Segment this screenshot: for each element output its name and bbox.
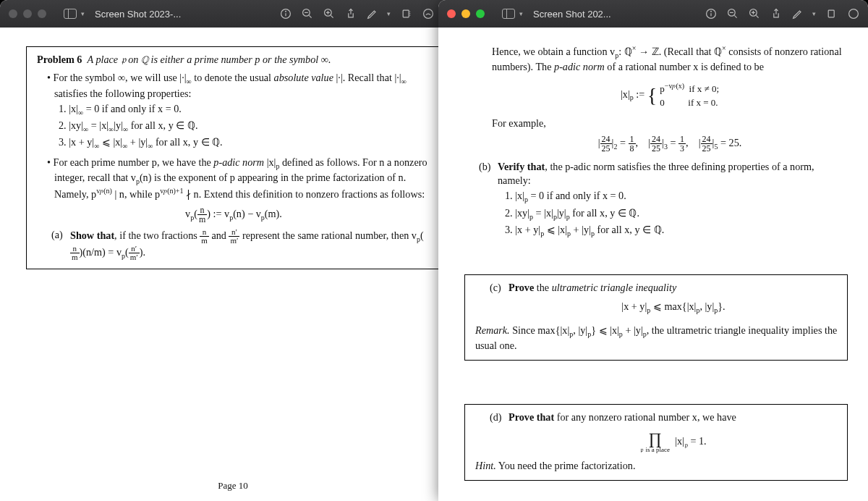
t: and (209, 230, 229, 241)
part-c: (c) Prove the ultrametric triangle inequ… (490, 281, 838, 319)
infty-bullet: • For the symbol ∞, we will use |·|∞ to … (47, 71, 430, 101)
b-label: (b) (479, 160, 498, 238)
abs-val: absolute value (274, 72, 333, 83)
sidebar-toggle-icon[interactable] (502, 9, 515, 19)
chevron-down-icon[interactable]: ▾ (812, 10, 816, 17)
exp: v𝑝(n)+1 (160, 187, 183, 195)
share-icon[interactable] (770, 8, 782, 20)
svg-line-4 (309, 15, 311, 17)
zoom-out-icon[interactable] (302, 8, 313, 20)
t: |y| (557, 207, 566, 219)
svg-point-2 (286, 11, 286, 12)
t: → ℤ. (Recall that ℚ (636, 46, 722, 57)
min-light[interactable] (23, 9, 32, 18)
zoom-light[interactable] (476, 9, 485, 18)
chevron-down-icon[interactable]: ▾ (387, 10, 391, 17)
t: ∤ n. Extend this definition to nonzero f… (183, 188, 425, 200)
t: |y| (114, 119, 123, 131)
t: 2. |xy| (505, 207, 529, 219)
rotate-icon[interactable] (401, 8, 412, 20)
close-light[interactable] (9, 9, 17, 18)
problem-header: Problem 6 A place 𝔭 on ℚ is either a pri… (37, 53, 430, 67)
t: = 1. (688, 434, 707, 446)
t: , |y| (573, 324, 587, 336)
prove-that: Prove that (509, 411, 554, 423)
t: if x ≠ 0; (689, 84, 719, 95)
prove: Prove (509, 282, 534, 293)
examples: |2425|2 = 18, |2425|3 = 13, |2425|5 = 25… (492, 135, 848, 153)
t: Hence, we obtain a function v (492, 46, 615, 57)
t: |x| (621, 88, 630, 100)
markup-icon[interactable] (367, 8, 378, 20)
t: For the symbol ∞, we will use |·| (54, 72, 187, 83)
rotate-icon[interactable] (826, 8, 838, 20)
close-light[interactable] (447, 9, 456, 18)
zoom-light[interactable] (38, 9, 46, 18)
b-prop-1: 1. |x|p = 0 if and only if x = 0. (505, 189, 848, 204)
t: 3. |x + y| (59, 136, 94, 148)
t: , the p-adic norm satisfies the three de… (498, 161, 814, 186)
t: to denote the usual (192, 72, 274, 83)
svg-line-16 (734, 15, 736, 17)
chevron-down-icon[interactable]: ▾ (519, 10, 523, 17)
a-body: Show that, if the two fractions nm and n… (70, 228, 430, 261)
t: You need the prime factorization. (496, 460, 636, 471)
t: , |y| (699, 300, 714, 312)
a-label: (a) (51, 228, 70, 261)
t: , if the two fractions (114, 230, 200, 241)
svg-point-23 (849, 9, 859, 19)
highlight-icon[interactable] (422, 8, 434, 20)
padic-norm: p-adic norm (213, 156, 264, 168)
page-number: Page 10 (26, 479, 440, 492)
svg-line-19 (756, 15, 758, 17)
svg-line-7 (331, 15, 333, 17)
t: } ⩽ |x| (591, 324, 619, 336)
t: For each prime number p, we have the (54, 156, 214, 168)
problem-text: A place 𝔭 on ℚ is either a prime number … (87, 54, 331, 65)
ultrametric: ultrametric triangle inequality (552, 282, 677, 293)
t: (n/m) = v (82, 246, 122, 258)
t: of a rational number x is defined to be (605, 61, 764, 72)
zoom-out-icon[interactable] (727, 8, 739, 20)
titlebar-left: ▾ Screen Shot 2023-... ▾ (0, 0, 460, 28)
svg-rect-10 (403, 10, 409, 17)
t: 1. |x| (59, 103, 78, 114)
window-title: Screen Shot 202... (533, 9, 611, 20)
info-icon[interactable] (280, 8, 292, 20)
window-right: ▾ Screen Shot 202... ▾ Hence, we obtain … (438, 0, 868, 501)
exp: −v𝑝(x) (665, 82, 684, 90)
t: + |y| (127, 136, 148, 148)
zoom-in-icon[interactable] (323, 8, 335, 20)
t: for any nonzero rational number x, we ha… (554, 411, 736, 423)
d-eq: ∏𝔭 is a place |x|𝔭 = 1. (509, 431, 838, 453)
highlight-icon[interactable] (848, 8, 859, 20)
exp: v𝑝(n) (96, 187, 112, 195)
chevron-down-icon[interactable]: ▾ (81, 10, 85, 17)
t: ⩽ max{|x| (650, 300, 696, 312)
min-light[interactable] (461, 9, 470, 18)
traffic-lights (447, 9, 485, 18)
verify: Verify that (498, 161, 545, 172)
zoom-in-icon[interactable] (749, 8, 760, 20)
t: for all x, y ∈ ℚ. (153, 136, 222, 148)
part-d-box: (d) Prove that for any nonzero rational … (464, 404, 848, 480)
svg-rect-22 (828, 10, 834, 17)
traffic-lights (9, 9, 46, 18)
prod-sub: 𝔭 is a place (640, 447, 670, 453)
t: |x| (264, 156, 276, 168)
prime-bullet: • For each prime number p, we have the p… (47, 156, 430, 202)
t: satisfies the following properties: (54, 88, 192, 99)
t: 0 (660, 97, 665, 108)
remark-label: Remark. (475, 324, 510, 336)
problem-label: Problem 6 (37, 54, 82, 65)
d-body: Prove that for any nonzero rational numb… (509, 411, 838, 458)
markup-icon[interactable] (792, 8, 804, 20)
t: 1. |x| (505, 190, 524, 201)
info-icon[interactable] (705, 8, 717, 20)
show-that: Show that (70, 230, 114, 241)
sidebar-toggle-icon[interactable] (64, 9, 77, 19)
problem-box: Problem 6 A place 𝔭 on ℚ is either a pri… (26, 46, 440, 269)
toolbar-icons: ▾ (705, 8, 859, 20)
t: |x| (675, 434, 684, 446)
share-icon[interactable] (345, 8, 357, 20)
